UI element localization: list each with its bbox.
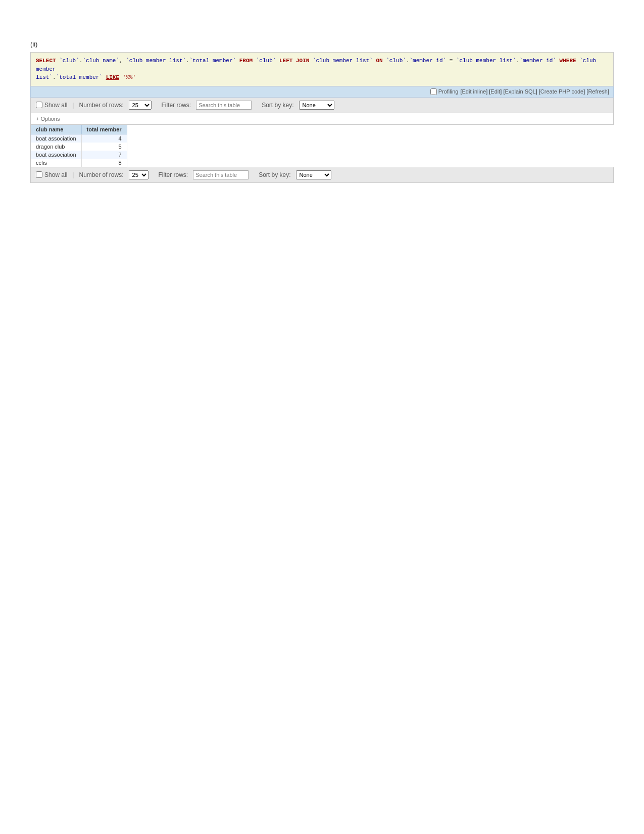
show-all-checkbox[interactable] — [36, 102, 42, 108]
edit-link[interactable]: Edit — [490, 88, 500, 95]
bottom-sort-select[interactable]: None — [296, 170, 331, 179]
query-text: SELECT `club`.`club name`, `club member … — [36, 57, 608, 82]
cell-club-name: boat association — [31, 134, 82, 143]
toolbar-links: [Edit inline] [Edit] [Explain SQL] [Crea… — [460, 88, 609, 95]
col-total-member: total member — [81, 125, 127, 134]
sql-from: FROM — [239, 58, 253, 64]
table-row: ccfis8 — [31, 159, 127, 167]
bottom-controls: Show all | Number of rows: 25 Filter row… — [30, 167, 614, 183]
bottom-filter-label: Filter rows: — [159, 171, 188, 178]
show-all-label: Show all — [44, 102, 67, 109]
bottom-filter-input[interactable] — [193, 170, 249, 179]
results-table: club name total member boat association4… — [30, 125, 127, 167]
sql-club: `club` — [59, 58, 79, 64]
cell-total-member: 8 — [81, 159, 127, 167]
bottom-num-rows-select[interactable]: 25 — [129, 170, 148, 179]
cell-club-name: ccfis — [31, 159, 82, 167]
table-row: boat association4 — [31, 134, 127, 143]
num-rows-label: Number of rows: — [79, 102, 123, 109]
num-rows-select[interactable]: 25 50 100 250 500 — [129, 101, 152, 110]
sql-where: WHERE — [560, 58, 576, 64]
edit-inline-link[interactable]: Edit inline — [462, 88, 486, 95]
section-label: (ii) — [30, 40, 614, 48]
controls-bar: Show all | Number of rows: 25 50 100 250… — [30, 98, 614, 113]
profiling-label: Profiling — [438, 88, 459, 95]
refresh-link[interactable]: Refresh — [588, 88, 608, 95]
cell-total-member: 5 — [81, 143, 127, 151]
sql-on: ON — [376, 58, 382, 64]
controls-divider: | — [72, 102, 74, 109]
filter-input[interactable] — [196, 101, 252, 110]
profiling-checkbox[interactable] — [430, 88, 437, 95]
cell-club-name: dragon club — [31, 143, 82, 151]
sql-left-join: LEFT JOIN — [279, 58, 309, 64]
cell-total-member: 4 — [81, 134, 127, 143]
sort-by-label: Sort by key: — [262, 102, 293, 109]
filter-rows-label: Filter rows: — [162, 102, 191, 109]
sql-select: SELECT — [36, 58, 56, 64]
options-link[interactable]: + Options — [36, 116, 60, 122]
table-header-row: club name total member — [31, 125, 127, 134]
sort-by-select[interactable]: None — [299, 101, 334, 110]
query-panel: SELECT `club`.`club name`, `club member … — [30, 52, 614, 86]
explain-sql-link[interactable]: Explain SQL — [505, 88, 536, 95]
sql-like: LIKE — [106, 74, 119, 80]
table-row: dragon club5 — [31, 143, 127, 151]
col-club-name: club name — [31, 125, 82, 134]
bottom-sort-label: Sort by key: — [259, 171, 290, 178]
bottom-show-all-checkbox[interactable] — [36, 171, 42, 178]
options-row: + Options — [30, 113, 614, 125]
create-php-link[interactable]: Create PHP code — [540, 88, 583, 95]
bottom-num-rows-label: Number of rows: — [79, 171, 123, 178]
bottom-show-all-check[interactable]: Show all — [36, 171, 67, 178]
profiling-check[interactable]: Profiling — [430, 88, 459, 95]
show-all-check[interactable]: Show all — [36, 102, 67, 109]
bottom-show-all-label: Show all — [44, 171, 67, 178]
cell-club-name: boat association — [31, 151, 82, 159]
cell-total-member: 7 — [81, 151, 127, 159]
toolbar-bar: Profiling [Edit inline] [Edit] [Explain … — [30, 86, 614, 98]
table-row: boat association7 — [31, 151, 127, 159]
